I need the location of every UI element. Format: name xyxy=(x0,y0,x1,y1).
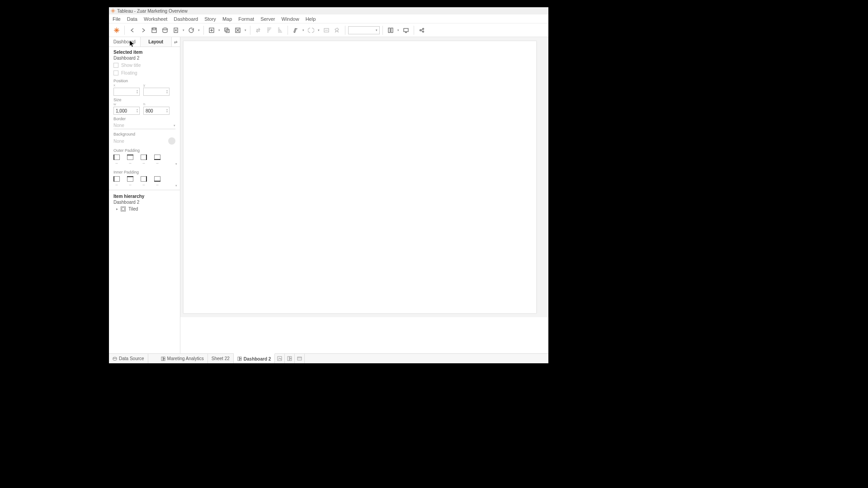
pause-auto-updates-icon[interactable] xyxy=(171,25,181,35)
menu-bar: File Data Worksheet Dashboard Story Map … xyxy=(109,14,548,23)
dropdown-caret-icon[interactable]: ▾ xyxy=(217,28,221,32)
dashboard-icon xyxy=(161,357,165,361)
fit-selector[interactable]: ▾ xyxy=(348,26,380,34)
presentation-mode-icon[interactable] xyxy=(401,25,411,35)
sheet-tab[interactable]: Sheet 22 xyxy=(208,354,234,363)
sheet-tab-active[interactable]: Dashboard 2 xyxy=(234,353,275,363)
svg-rect-19 xyxy=(238,357,240,361)
tableau-start-icon[interactable] xyxy=(112,25,122,35)
refresh-icon[interactable] xyxy=(186,25,196,35)
data-source-tab[interactable]: Data Source xyxy=(109,354,148,363)
pad-bottom-icon[interactable] xyxy=(154,176,160,182)
redo-icon[interactable] xyxy=(138,25,148,35)
size-w-input[interactable]: 1,000 ▲▼ xyxy=(113,107,140,115)
highlight-icon[interactable] xyxy=(291,25,301,35)
border-selector[interactable]: None ▾ xyxy=(113,122,175,129)
sheet-tab-label: Sheet 22 xyxy=(212,356,230,361)
pad-right-icon[interactable] xyxy=(141,176,147,182)
svg-rect-11 xyxy=(404,28,408,32)
new-worksheet-icon[interactable] xyxy=(207,25,217,35)
svg-rect-24 xyxy=(290,357,292,358)
layout-side-panel: Dashboard Layout ⇄ Selected item Dashboa… xyxy=(109,37,180,353)
pad-top-icon[interactable] xyxy=(127,155,133,160)
stepper-arrows-icon: ▲▼ xyxy=(166,108,168,113)
menu-story[interactable]: Story xyxy=(204,16,216,22)
menu-server[interactable]: Server xyxy=(260,16,275,22)
menu-format[interactable]: Format xyxy=(238,16,254,22)
menu-dashboard[interactable]: Dashboard xyxy=(174,16,198,22)
size-h-input[interactable]: 800 ▲▼ xyxy=(143,107,170,115)
tree-item-label: Tiled xyxy=(128,206,138,211)
separator xyxy=(345,26,345,35)
menu-data[interactable]: Data xyxy=(127,16,137,22)
dropdown-caret-icon[interactable]: ▾ xyxy=(244,28,247,32)
tiled-container-icon xyxy=(121,206,126,211)
dropdown-caret-icon[interactable]: ▾ xyxy=(302,28,305,32)
show-title-checkbox[interactable]: Show title xyxy=(109,61,180,69)
pad-left-icon[interactable] xyxy=(113,176,120,182)
dropdown-caret-icon[interactable]: ▾ xyxy=(182,28,185,32)
w-label: w xyxy=(113,102,140,106)
swap-icon[interactable] xyxy=(253,25,263,35)
sheet-tab-label: Mareting Analytics xyxy=(167,356,204,361)
menu-worksheet[interactable]: Worksheet xyxy=(144,16,167,22)
canvas-area xyxy=(180,37,548,317)
position-y-input[interactable]: ▲▼ xyxy=(143,88,170,96)
h-label: h xyxy=(143,102,170,106)
panel-collapse-icon[interactable]: ⇄ xyxy=(172,37,180,47)
sort-asc-icon[interactable] xyxy=(264,25,274,35)
new-worksheet-button[interactable] xyxy=(275,354,285,363)
sheet-tab[interactable]: Mareting Analytics xyxy=(157,354,208,363)
dropdown-caret-icon[interactable]: ▾ xyxy=(197,28,201,32)
tree-item-tiled[interactable]: ▸ Tiled xyxy=(113,206,175,211)
svg-rect-23 xyxy=(288,357,289,361)
background-label: Background xyxy=(109,132,180,136)
tab-layout[interactable]: Layout xyxy=(141,37,172,47)
clear-icon[interactable] xyxy=(233,25,243,35)
menu-file[interactable]: File xyxy=(113,16,121,22)
show-labels-icon[interactable] xyxy=(321,25,331,35)
chevron-down-icon[interactable]: ▾ xyxy=(175,162,177,166)
pad-bottom-value: – xyxy=(154,161,160,165)
group-icon[interactable] xyxy=(306,25,316,35)
undo-icon[interactable] xyxy=(127,25,137,35)
save-icon[interactable] xyxy=(149,25,159,35)
new-dashboard-button[interactable] xyxy=(285,354,295,363)
pad-right-icon[interactable] xyxy=(141,155,147,160)
background-color-swatch[interactable] xyxy=(168,137,175,145)
pad-left-icon[interactable] xyxy=(113,155,120,160)
svg-rect-21 xyxy=(240,359,241,361)
tab-dashboard[interactable]: Dashboard xyxy=(109,37,141,47)
pad-right-value: – xyxy=(141,183,147,187)
tab-dashboard-label: Dashboard xyxy=(113,39,136,44)
position-x-input[interactable]: ▲▼ xyxy=(113,88,140,96)
new-story-button[interactable] xyxy=(295,354,305,363)
duplicate-icon[interactable] xyxy=(222,25,232,35)
sheet-tab-label: Dashboard 2 xyxy=(244,357,271,361)
floating-checkbox[interactable]: Floating xyxy=(109,69,180,77)
dropdown-caret-icon[interactable]: ▾ xyxy=(396,28,400,32)
dashboard-icon xyxy=(237,357,242,361)
new-worksheet-icon xyxy=(277,356,282,361)
pad-top-icon[interactable] xyxy=(127,176,133,182)
separator xyxy=(124,26,125,35)
pad-bottom-icon[interactable] xyxy=(154,155,160,160)
floating-label: Floating xyxy=(121,70,137,75)
separator xyxy=(414,26,414,35)
menu-map[interactable]: Map xyxy=(222,16,232,22)
new-data-source-icon[interactable] xyxy=(160,25,170,35)
dropdown-caret-icon[interactable]: ▾ xyxy=(317,28,321,32)
menu-help[interactable]: Help xyxy=(306,16,316,22)
sort-desc-icon[interactable] xyxy=(275,25,285,35)
pad-bottom-value: – xyxy=(154,183,160,187)
chevron-down-icon[interactable]: ▾ xyxy=(175,184,177,188)
dashboard-canvas[interactable] xyxy=(183,41,537,314)
show-title-label: Show title xyxy=(121,63,141,68)
size-h-value: 800 xyxy=(146,108,153,113)
menu-window[interactable]: Window xyxy=(282,16,299,22)
show-cards-icon[interactable] xyxy=(386,25,396,35)
pin-icon[interactable] xyxy=(332,25,342,35)
share-icon[interactable] xyxy=(417,25,427,35)
svg-rect-9 xyxy=(388,28,390,33)
chevron-right-icon: ▸ xyxy=(116,207,118,211)
